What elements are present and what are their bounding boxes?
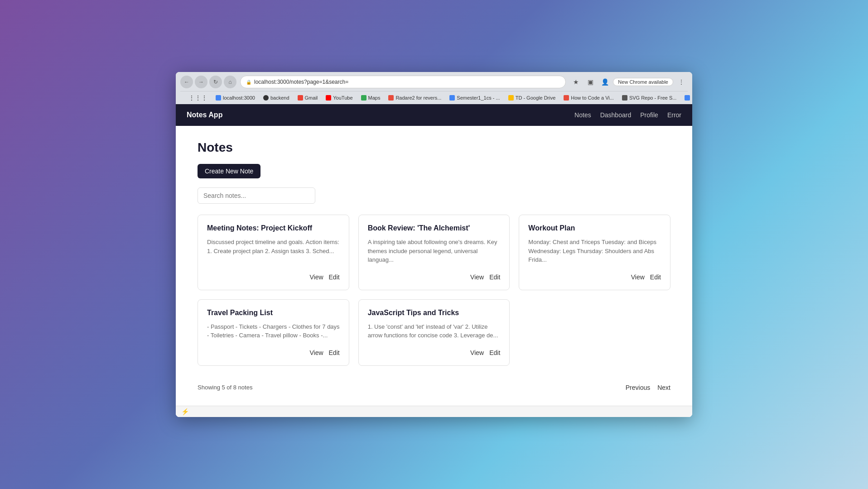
note-actions: View Edit	[368, 349, 501, 356]
new-chrome-badge[interactable]: New Chrome available	[613, 78, 673, 86]
search-input[interactable]	[198, 187, 315, 204]
navbar: Notes App Notes Dashboard Profile Error	[176, 104, 692, 126]
extension-button[interactable]: ▣	[584, 76, 597, 88]
note-actions: View Edit	[207, 273, 340, 281]
view-note-button[interactable]: View	[309, 349, 323, 356]
note-excerpt: - Passport - Tickets - Chargers - Clothe…	[207, 322, 340, 340]
bookmark-backend[interactable]: backend	[260, 94, 293, 101]
note-title: JavaScript Tips and Tricks	[368, 309, 501, 317]
main-content: Notes Create New Note Meeting Notes: Pro…	[176, 126, 692, 406]
status-bar: ⚡	[176, 406, 692, 417]
note-actions: View Edit	[528, 273, 661, 281]
bookmark-scalable[interactable]: Scalable WebSock...	[681, 94, 692, 101]
bookmark-drive[interactable]: TD - Google Drive	[505, 94, 559, 101]
note-excerpt: 1. Use 'const' and 'let' instead of 'var…	[368, 322, 501, 340]
note-card: Meeting Notes: Project Kickoff Discussed…	[198, 215, 349, 290]
browser-actions: ★ ▣ 👤 New Chrome available ⋮	[569, 76, 688, 88]
reload-button[interactable]: ↻	[209, 76, 222, 88]
bookmark-gmail[interactable]: Gmail	[294, 94, 322, 101]
edit-note-button[interactable]: Edit	[329, 273, 340, 281]
nav-link-error[interactable]: Error	[667, 111, 681, 119]
search-container	[198, 187, 670, 204]
forward-button[interactable]: →	[195, 76, 207, 88]
nav-buttons: ← → ↻ ⌂	[180, 76, 236, 88]
view-note-button[interactable]: View	[309, 273, 323, 281]
browser-window: ← → ↻ ⌂ 🔒 localhost:3000/notes?page=1&se…	[176, 72, 692, 417]
bookmark-maps[interactable]: Maps	[357, 94, 384, 101]
note-title: Workout Plan	[528, 224, 661, 232]
view-note-button[interactable]: View	[470, 273, 484, 281]
back-button[interactable]: ←	[180, 76, 193, 88]
url-text: localhost:3000/notes?page=1&search=	[254, 79, 348, 85]
edit-note-button[interactable]: Edit	[489, 349, 500, 356]
empty-grid-cell	[519, 299, 670, 366]
profile-avatar[interactable]: 👤	[598, 76, 611, 88]
bookmark-button[interactable]: ★	[569, 76, 582, 88]
edit-note-button[interactable]: Edit	[650, 273, 661, 281]
note-excerpt: Monday: Chest and Triceps Tuesday: and B…	[528, 238, 661, 264]
lightning-icon: ⚡	[181, 408, 189, 415]
nav-link-notes[interactable]: Notes	[574, 111, 591, 119]
bookmark-howtocode[interactable]: How to Code a Vi...	[560, 94, 617, 101]
app-content: Notes App Notes Dashboard Profile Error …	[176, 104, 692, 417]
edit-note-button[interactable]: Edit	[329, 349, 340, 356]
note-excerpt: Discussed project timeline and goals. Ac…	[207, 238, 340, 264]
create-note-button[interactable]: Create New Note	[198, 164, 260, 178]
bookmarks-bar: ⋮⋮⋮ localhost:3000 backend Gmail YouTube…	[180, 91, 688, 104]
showing-text: Showing 5 of 8 notes	[198, 384, 252, 391]
nav-link-dashboard[interactable]: Dashboard	[600, 111, 632, 119]
note-title: Book Review: 'The Alchemist'	[368, 224, 501, 232]
note-card: Workout Plan Monday: Chest and Triceps T…	[519, 215, 670, 290]
menu-button[interactable]: ⋮	[675, 76, 688, 88]
home-button[interactable]: ⌂	[224, 76, 236, 88]
bookmark-svgrepo[interactable]: SVG Repo - Free S...	[618, 94, 680, 101]
note-actions: View Edit	[207, 349, 340, 356]
note-title: Travel Packing List	[207, 309, 340, 317]
bookmark-apps[interactable]: ⋮⋮⋮	[185, 93, 211, 102]
address-bar[interactable]: 🔒 localhost:3000/notes?page=1&search=	[240, 76, 566, 88]
previous-button[interactable]: Previous	[626, 384, 650, 391]
view-note-button[interactable]: View	[470, 349, 484, 356]
notes-grid: Meeting Notes: Project Kickoff Discussed…	[198, 215, 670, 366]
bookmark-localhost[interactable]: localhost:3000	[212, 94, 259, 101]
bookmark-radare2[interactable]: Radare2 for revers...	[385, 94, 445, 101]
note-card: Book Review: 'The Alchemist' A inspiring…	[358, 215, 510, 290]
edit-note-button[interactable]: Edit	[489, 273, 500, 281]
nav-link-profile[interactable]: Profile	[640, 111, 658, 119]
note-card: Travel Packing List - Passport - Tickets…	[198, 299, 349, 366]
page-title: Notes	[198, 140, 670, 155]
lock-icon: 🔒	[246, 80, 251, 85]
note-actions: View Edit	[368, 273, 501, 281]
bookmark-semester[interactable]: Semester1_1cs - ...	[446, 94, 503, 101]
browser-chrome: ← → ↻ ⌂ 🔒 localhost:3000/notes?page=1&se…	[176, 72, 692, 104]
pagination: Previous Next	[626, 384, 670, 391]
app-brand: Notes App	[187, 111, 222, 119]
note-excerpt: A inspiring tale about following one's d…	[368, 238, 501, 264]
view-note-button[interactable]: View	[631, 273, 645, 281]
note-card: JavaScript Tips and Tricks 1. Use 'const…	[358, 299, 510, 366]
navbar-links: Notes Dashboard Profile Error	[574, 111, 681, 119]
note-title: Meeting Notes: Project Kickoff	[207, 224, 340, 232]
notes-footer: Showing 5 of 8 notes Previous Next	[198, 380, 670, 391]
bookmark-youtube[interactable]: YouTube	[322, 94, 356, 101]
next-button[interactable]: Next	[657, 384, 670, 391]
